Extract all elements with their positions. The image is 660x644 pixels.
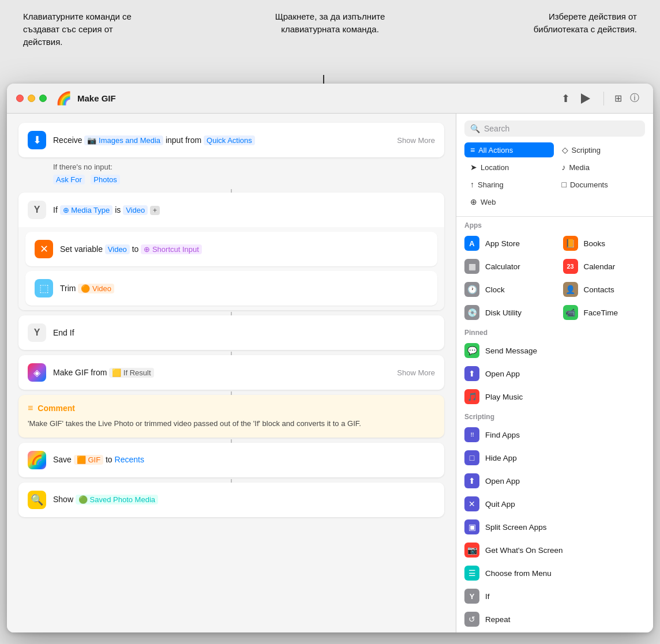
calculator-icon: ▦: [464, 259, 479, 274]
comment-icon: ≡: [28, 403, 33, 413]
category-web[interactable]: ⊕ Web: [464, 194, 554, 209]
titlebar-actions: ⬆ ⊞ ⓘ: [561, 91, 644, 106]
action-split-screen[interactable]: ▣ Split Screen Apps: [456, 515, 653, 538]
set-variable-block: ✕ Set variable Video to ⊕ Shortcut Input: [25, 232, 437, 266]
category-grid: ≡ All Actions ◇ Scripting ➤ Location ♪ M…: [464, 142, 645, 212]
play-button[interactable]: [578, 91, 593, 106]
show-icon: 🔍: [28, 491, 46, 509]
minimize-button[interactable]: [28, 95, 35, 102]
if-action-icon: Y: [464, 589, 479, 604]
if-header: Y If ⊕ Media Type is Video +: [18, 193, 444, 227]
search-bar[interactable]: 🔍 Search: [464, 120, 645, 137]
comment-header: ≡ Comment: [28, 403, 435, 413]
action-send-message[interactable]: 💬 Send Message: [456, 339, 653, 362]
action-repeat[interactable]: ↺ Repeat: [456, 608, 653, 631]
traffic-lights: [16, 95, 47, 102]
category-all-actions[interactable]: ≡ All Actions: [464, 142, 554, 157]
apps-section: A App Store 📙 Books ▦ Calculator 23 Cale…: [456, 232, 653, 324]
choose-menu-icon: ☰: [464, 566, 479, 581]
annotation-center: Щракнете, за да изпълните клавиатурната …: [255, 10, 405, 48]
make-gif-block: ◈ Make GIF from 🟨 If Result Show More: [18, 355, 444, 390]
save-gif-icon: 🌈: [28, 451, 46, 469]
action-books[interactable]: 📙 Books: [555, 232, 654, 255]
action-calendar[interactable]: 23 Calendar: [555, 255, 654, 278]
actions-header: 🔍 Search ≡ All Actions ◇ Scripting ➤: [456, 114, 653, 217]
comment-block: ≡ Comment 'Make GIF' takes the Live Phot…: [18, 395, 444, 438]
close-button[interactable]: [16, 95, 24, 102]
action-clock[interactable]: 🕐 Clock: [456, 278, 555, 301]
ask-for-row: Ask For Photos: [18, 173, 444, 189]
action-open-app-pinned[interactable]: ⬆ Open App: [456, 362, 653, 385]
action-calculator[interactable]: ▦ Calculator: [456, 255, 555, 278]
if-body: ✕ Set variable Video to ⊕ Shortcut Input…: [18, 227, 444, 310]
trim-icon: ⬚: [35, 279, 53, 297]
make-gif-icon: ◈: [28, 363, 46, 382]
scripting-icon: ◇: [562, 145, 568, 155]
category-documents[interactable]: □ Documents: [556, 177, 646, 192]
receive-show-more[interactable]: Show More: [397, 136, 435, 145]
make-gif-show-more[interactable]: Show More: [397, 368, 435, 377]
repeat-icon: ↺: [464, 612, 479, 627]
show-block: 🔍 Show 🟢 Saved Photo Media: [18, 483, 444, 517]
maximize-button[interactable]: [39, 95, 47, 102]
clock-icon: 🕐: [464, 282, 479, 297]
category-sharing[interactable]: ↑ Sharing: [464, 177, 554, 192]
app-icon: 🌈: [56, 91, 72, 106]
receive-icon: ⬇: [28, 131, 46, 149]
workflow-panel[interactable]: ⬇ Receive 📷 Images and Media input from …: [7, 114, 456, 632]
action-open-app[interactable]: ⬆ Open App: [456, 469, 653, 492]
comment-body: 'Make GIF' takes the Live Photo or trimm…: [28, 418, 435, 430]
action-hide-app[interactable]: □ Hide App: [456, 446, 653, 469]
annotation-right: Изберете действия от библиотеката с дейс…: [510, 10, 637, 48]
app-store-icon: A: [464, 236, 479, 251]
apps-section-header: Apps: [456, 217, 653, 232]
info-button[interactable]: ⓘ: [630, 92, 639, 104]
contacts-icon: 👤: [563, 282, 578, 297]
actions-panel: 🔍 Search ≡ All Actions ◇ Scripting ➤: [456, 114, 653, 632]
connector-5: [231, 439, 232, 443]
share-button[interactable]: ⬆: [561, 92, 570, 105]
action-contacts[interactable]: 👤 Contacts: [555, 278, 654, 301]
category-location[interactable]: ➤ Location: [464, 160, 554, 175]
actions-list[interactable]: Apps A App Store 📙 Books ▦ Calculator: [456, 217, 653, 632]
action-repeat-each[interactable]: ↻ Repeat with Each: [456, 631, 653, 632]
action-app-store[interactable]: A App Store: [456, 232, 555, 255]
action-get-on-screen[interactable]: 📷 Get What's On Screen: [456, 538, 653, 562]
if-block: Y If ⊕ Media Type is Video + ✕ Set varia…: [18, 193, 444, 310]
documents-icon: □: [562, 180, 567, 189]
add-action-button[interactable]: ⊞: [614, 93, 622, 104]
split-screen-icon: ▣: [464, 519, 479, 534]
main-window: 🌈 Make GIF ⬆ ⊞ ⓘ ⬇ Receive 📷 Images and …: [7, 84, 653, 632]
action-play-music[interactable]: 🎵 Play Music: [456, 385, 653, 408]
search-icon: 🔍: [470, 124, 480, 133]
save-gif-block: 🌈 Save 🟧 GIF to Recents: [18, 443, 444, 477]
action-facetime[interactable]: 📹 FaceTime: [555, 301, 654, 324]
quit-app-icon: ✕: [464, 496, 479, 511]
no-input-label: If there's no input:: [18, 159, 444, 173]
set-var-icon: ✕: [35, 240, 53, 258]
calendar-icon: 23: [563, 259, 578, 274]
scripting-section-header: Scripting: [456, 408, 653, 423]
action-if[interactable]: Y If: [456, 585, 653, 608]
action-quit-app[interactable]: ✕ Quit App: [456, 492, 653, 515]
connector-6: [231, 479, 232, 483]
action-disk-utility[interactable]: 💿 Disk Utility: [456, 301, 555, 324]
books-icon: 📙: [563, 236, 578, 251]
disk-utility-icon: 💿: [464, 305, 479, 320]
end-if-icon: Y: [28, 323, 46, 342]
facetime-icon: 📹: [563, 305, 578, 320]
search-placeholder[interactable]: Search: [484, 124, 639, 133]
open-app-icon: ⬆: [464, 473, 479, 488]
action-choose-menu[interactable]: ☰ Choose from Menu: [456, 562, 653, 585]
sharing-icon: ↑: [470, 180, 474, 189]
category-media[interactable]: ♪ Media: [556, 160, 646, 175]
play-music-icon: 🎵: [464, 389, 479, 404]
action-find-apps[interactable]: ⠿ Find Apps: [456, 423, 653, 446]
end-if-block: Y End If: [18, 315, 444, 350]
comment-title: Comment: [38, 404, 75, 413]
category-scripting[interactable]: ◇ Scripting: [556, 142, 646, 157]
window-title: Make GIF: [77, 93, 116, 103]
hide-app-icon: □: [464, 450, 479, 465]
titlebar: 🌈 Make GIF ⬆ ⊞ ⓘ: [7, 84, 653, 114]
pinned-section-header: Pinned: [456, 324, 653, 339]
